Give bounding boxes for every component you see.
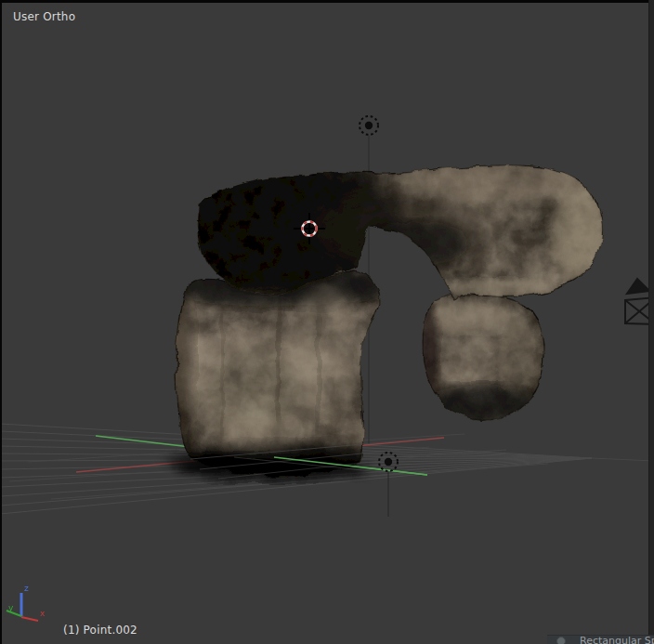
viewport-scene: z y x <box>0 0 654 644</box>
view-mode-label: User Ortho <box>13 10 75 23</box>
radio-icon <box>556 637 566 644</box>
window-border-right <box>648 0 654 644</box>
window-border-left <box>0 0 2 644</box>
operator-redo-panel[interactable]: Rectangular Spi <box>547 635 654 644</box>
gizmo-z-label: z <box>24 584 29 593</box>
operator-name-label: Rectangular Spi <box>580 636 654 644</box>
gizmo-x-label: x <box>40 609 46 618</box>
window-border-top <box>0 0 654 3</box>
gizmo-y-label: y <box>8 603 14 612</box>
active-object-label: (1) Point.002 <box>63 624 137 637</box>
3d-viewport[interactable]: z y x User Ortho (1) Point.002 Rectangul… <box>0 0 654 644</box>
